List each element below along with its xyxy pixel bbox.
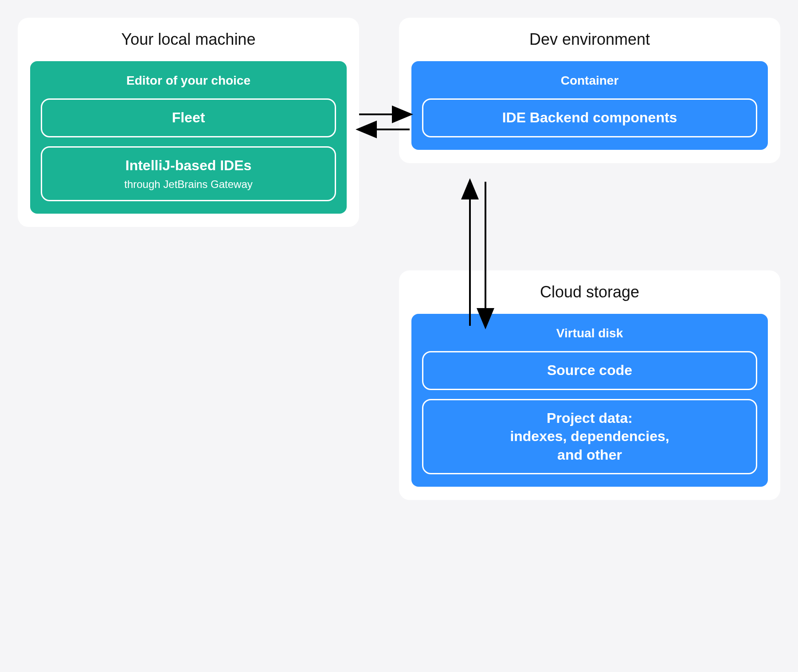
- box-dev-title: Dev environment: [411, 30, 768, 49]
- box-local-title: Your local machine: [30, 30, 347, 49]
- diagram-canvas: Your local machine Editor of your choice…: [18, 18, 780, 654]
- pill-fleet: Fleet: [41, 98, 336, 137]
- pill-intellij-sub: through JetBrains Gateway: [50, 177, 327, 191]
- pill-ide-backend: IDE Backend components: [422, 98, 757, 137]
- pill-intellij: IntelliJ-based IDEs through JetBrains Ga…: [41, 146, 336, 202]
- box-local-machine: Your local machine Editor of your choice…: [18, 18, 359, 227]
- panel-editor-title: Editor of your choice: [41, 74, 336, 88]
- panel-virtual-disk: Virtual disk Source code Project data: i…: [411, 314, 768, 487]
- panel-virtual-disk-title: Virtual disk: [422, 326, 757, 340]
- pill-source-code-title: Source code: [431, 361, 748, 380]
- panel-container-title: Container: [422, 74, 757, 88]
- box-cloud-storage: Cloud storage Virtual disk Source code P…: [399, 270, 780, 500]
- pill-source-code: Source code: [422, 351, 757, 390]
- pill-ide-backend-title: IDE Backend components: [431, 109, 748, 127]
- pill-fleet-title: Fleet: [50, 109, 327, 127]
- pill-project-data: Project data: indexes, dependencies, and…: [422, 399, 757, 475]
- box-dev-environment: Dev environment Container IDE Backend co…: [399, 18, 780, 163]
- pill-intellij-title: IntelliJ-based IDEs: [50, 156, 327, 175]
- panel-container: Container IDE Backend components: [411, 61, 768, 150]
- panel-editor: Editor of your choice Fleet IntelliJ-bas…: [30, 61, 347, 214]
- pill-project-data-title: Project data: indexes, dependencies, and…: [431, 409, 748, 465]
- box-cloud-title: Cloud storage: [411, 283, 768, 301]
